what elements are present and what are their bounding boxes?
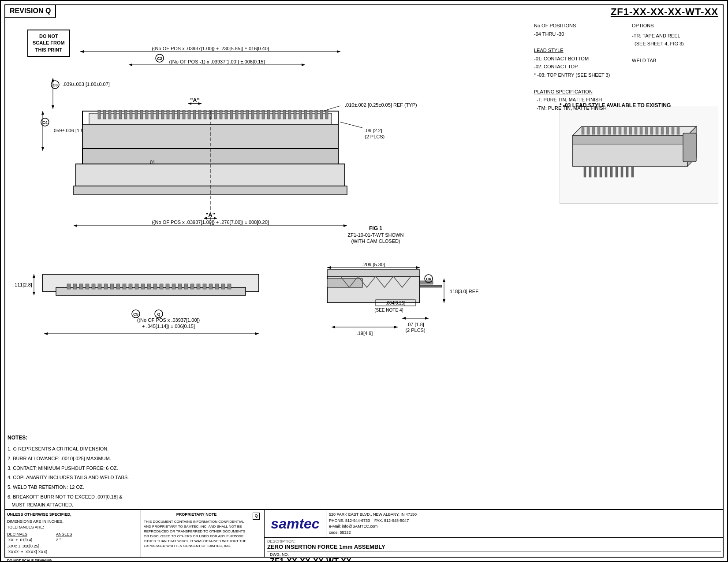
plating-tm: -TM: PURE TIN, MATTE FINISH <box>534 104 622 112</box>
svg-rect-109 <box>172 284 175 289</box>
svg-rect-111 <box>184 284 188 289</box>
svg-rect-61 <box>246 110 249 119</box>
svg-rect-103 <box>135 284 138 289</box>
svg-rect-63 <box>257 110 259 119</box>
svg-marker-134 <box>416 266 420 269</box>
svg-rect-67 <box>278 110 280 119</box>
svg-rect-50 <box>188 110 190 119</box>
svg-text:ZF1-10-01-T-WT SHOWN: ZF1-10-01-T-WT SHOWN <box>348 232 404 238</box>
main-drawing-svg: ({No OF POS x .03937[1.00]} + .230[5.85]… <box>5 14 534 349</box>
svg-rect-33 <box>98 110 101 119</box>
fax: FAX: 812-948-5047 <box>374 518 409 523</box>
company-address: 520 PARK EAST BLVD., NEW ALBANY, IN 4715… <box>326 510 724 537</box>
xx-tol: .XX: ± .01[0.4] <box>7 537 47 543</box>
note-4: 4. COPLANARITY INCLUDES TAILS AND WELD T… <box>7 473 175 482</box>
svg-rect-75 <box>320 110 323 119</box>
decimals-col: DECIMALS .XX: ± .01[0.4] .XXX: ± .010[0.… <box>7 532 47 555</box>
svg-rect-193 <box>621 166 623 177</box>
svg-rect-43 <box>151 110 153 119</box>
svg-rect-140 <box>420 285 442 287</box>
weld-tab: WELD TAB <box>632 56 684 65</box>
svg-rect-69 <box>288 110 291 119</box>
svg-rect-175 <box>624 127 627 134</box>
title-block-desc: DESCRIPTION: ZERO INSERTION FORCE 1mm AS… <box>265 538 724 562</box>
svg-marker-2 <box>337 50 340 53</box>
decimals-label: DECIMALS <box>7 532 47 538</box>
svg-rect-183 <box>666 127 669 134</box>
svg-text:Q: Q <box>157 312 160 316</box>
angles-col: ANGLES 2 ° <box>56 532 72 555</box>
iso-view <box>560 107 718 204</box>
svg-text:C6: C6 <box>426 277 431 281</box>
svg-marker-7 <box>129 63 132 66</box>
svg-rect-38 <box>124 110 127 119</box>
tape-reel: -TR: TAPE AND REEL (SEE SHEET 4, FIG 3) <box>632 32 684 48</box>
svg-marker-24 <box>198 102 202 105</box>
revision-box: REVISION Q <box>4 4 56 18</box>
tolerances-label: TOLERANCES ARE: <box>7 525 138 531</box>
svg-rect-115 <box>209 284 213 289</box>
svg-rect-65 <box>267 110 270 119</box>
svg-text:({No OF POS x .03937[1.00]} + : ({No OF POS x .03937[1.00]} + .230[5.85]… <box>152 46 269 51</box>
unless-header: UNLESS OTHERWISE SPECIFIED, <box>7 512 138 518</box>
revision-label: REVISION Q <box>10 7 51 15</box>
svg-text:(2 PLCS): (2 PLCS) <box>405 328 425 333</box>
svg-text:+ .045[1.14]) ±.006[0.15]: + .045[1.14]) ±.006[0.15] <box>142 324 195 329</box>
svg-rect-118 <box>228 284 231 289</box>
svg-rect-186 <box>584 166 586 177</box>
svg-rect-174 <box>619 127 621 134</box>
svg-rect-188 <box>594 166 597 177</box>
note-5: 5. WELD TAB RETENTION: 12 OZ. <box>7 483 175 491</box>
dwg-no-label: DWG. NO. <box>270 552 718 557</box>
svg-rect-36 <box>114 110 116 119</box>
svg-text:({No OF POS -1) x .03937[1.00]: ({No OF POS -1) x .03937[1.00]} ±.006[0.… <box>169 59 265 64</box>
svg-rect-107 <box>160 284 163 289</box>
svg-marker-15 <box>52 105 54 109</box>
svg-rect-48 <box>177 110 180 119</box>
svg-text:01: 01 <box>150 160 155 165</box>
svg-rect-55 <box>214 110 217 119</box>
svg-rect-192 <box>616 166 618 177</box>
svg-rect-94 <box>79 284 83 289</box>
no-of-positions-label: No OF POSITIONS <box>534 22 622 30</box>
dwg-no-row: DWG. NO. ZF1-XX-XX-XX-WT-XX <box>267 551 721 562</box>
svg-rect-52 <box>198 110 201 119</box>
svg-rect-70 <box>294 110 296 119</box>
lead-style-03: * -03: TOP ENTRY (SEE SHEET 3) <box>534 71 622 79</box>
options-header: OPTIONS <box>632 22 684 30</box>
svg-rect-113 <box>197 284 200 289</box>
svg-rect-177 <box>635 127 637 134</box>
svg-rect-62 <box>251 110 254 119</box>
svg-rect-138 <box>327 270 420 276</box>
svg-marker-120 <box>33 274 35 278</box>
svg-rect-92 <box>67 284 71 289</box>
svg-rect-99 <box>110 284 114 289</box>
svg-text:C5: C5 <box>133 312 138 316</box>
svg-rect-102 <box>129 284 132 289</box>
svg-text:.19[4.9]: .19[4.9] <box>357 331 373 336</box>
samtec-logo: samtec <box>271 516 319 532</box>
svg-rect-194 <box>626 166 628 177</box>
svg-rect-44 <box>156 110 159 119</box>
svg-rect-179 <box>645 127 648 134</box>
svg-rect-41 <box>140 110 143 119</box>
svg-rect-51 <box>193 110 196 119</box>
svg-marker-20 <box>41 111 44 115</box>
part-number-main: ZF1-XX-XX-XX-WT-XX <box>611 6 718 18</box>
svg-rect-182 <box>661 127 664 134</box>
samtec-logo-area: samtec <box>265 510 326 537</box>
svg-rect-42 <box>146 110 148 119</box>
svg-marker-21 <box>41 147 44 151</box>
positions-range: -04 THRU -30 <box>534 30 622 38</box>
svg-rect-180 <box>650 127 653 134</box>
svg-text:.010±.002 [0.25±0.05] REF (TYP: .010±.002 [0.25±0.05] REF (TYP) <box>345 102 417 108</box>
svg-rect-104 <box>141 284 145 289</box>
title-block-right: samtec 520 PARK EAST BLVD., NEW ALBANY, … <box>265 510 724 558</box>
svg-marker-88 <box>343 224 347 227</box>
svg-marker-156 <box>332 326 335 328</box>
svg-rect-195 <box>631 166 634 177</box>
q-revision-marker: Q <box>253 513 260 520</box>
svg-rect-191 <box>610 166 612 177</box>
svg-marker-121 <box>33 292 35 295</box>
svg-rect-35 <box>108 110 111 119</box>
